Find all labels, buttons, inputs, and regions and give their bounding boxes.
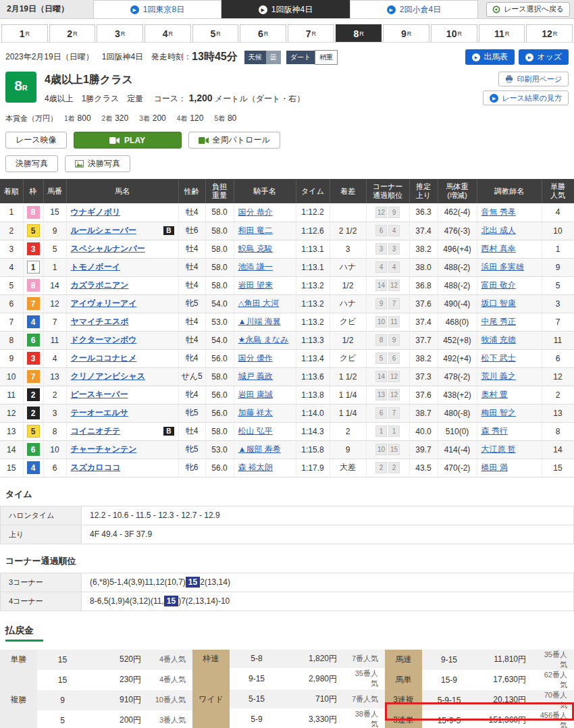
horse-name-link[interactable]: スズカロココ (71, 462, 121, 473)
horse-name-link[interactable]: ドクターマンボウ (71, 334, 137, 346)
trainer-link[interactable]: 中尾 秀正 (481, 317, 516, 326)
trainer-link[interactable]: 松下 武士 (481, 353, 516, 363)
jockey-link[interactable]: 国分 恭介 (238, 207, 273, 217)
trainer-link[interactable]: 浜田 多実雄 (481, 262, 524, 271)
trainer-link[interactable]: 大江原 哲 (481, 444, 516, 454)
horse-name-cell: トモノボーイ (66, 258, 178, 276)
race-tab-7r[interactable]: 7R (288, 24, 334, 42)
race-tab-4r[interactable]: 4R (145, 24, 191, 42)
trainer-link[interactable]: 富田 敬介 (481, 280, 516, 290)
race-tab-10r[interactable]: 10R (431, 24, 477, 42)
play-button[interactable]: PLAY (74, 132, 182, 149)
race-tab-6r[interactable]: 6R (240, 24, 286, 42)
horse-name-link[interactable]: トモノボーイ (71, 261, 120, 273)
corner-positions: 1011 (366, 313, 409, 331)
horse-name-link[interactable]: コイニオチテ (71, 425, 121, 437)
finish-time: 1:13.4 (296, 349, 330, 367)
jockey-link[interactable]: 国分 優作 (238, 353, 273, 363)
trainer-link[interactable]: 牧浦 充徳 (481, 335, 516, 344)
horse-name-link[interactable]: クールココナヒメ (71, 353, 137, 364)
trainer-link[interactable]: 荒川 義之 (481, 371, 516, 381)
horse-name-link[interactable]: アイヴォリーアイ (71, 298, 137, 309)
media-buttons-line: レース映像 PLAY 全周パトロール (0, 128, 574, 150)
horse-name-link[interactable]: スペシャルナンバー (71, 243, 145, 255)
jockey-link[interactable]: 池添 謙一 (238, 262, 273, 271)
horse-name-cell: ドクターマンボウ (66, 331, 178, 349)
odds-button[interactable]: ▶ オッズ (519, 49, 569, 65)
horse-name-link[interactable]: ピースキーパー (71, 389, 128, 400)
jockey-link[interactable]: 和田 竜二 (238, 226, 273, 235)
trainer-cell: 梅田 智之 (477, 404, 542, 422)
meeting-tab-hanshin[interactable]: ▶ 1回阪神4日 (221, 0, 350, 18)
odds-button-label: オッズ (537, 51, 562, 63)
horse-name-link[interactable]: ルールシェーバー (71, 225, 136, 236)
sex-age: せん5 (178, 367, 205, 386)
race-tab-8r[interactable]: 8R (336, 24, 382, 42)
race-tab-9r[interactable]: 9R (383, 24, 429, 42)
race-tab-1r[interactable]: 1R (1, 24, 48, 42)
trainer-link[interactable]: 森 秀行 (481, 426, 508, 436)
place-popularity: 3番人気 (152, 710, 192, 728)
meeting-tab-kokura[interactable]: ▶ 2回小倉4日 (350, 0, 478, 18)
frame-number-box: 8 (27, 206, 40, 219)
horse-name-link[interactable]: チャーチャンテン (71, 444, 137, 455)
meeting-tab-tokyo[interactable]: ▶ 1回東京8日 (93, 0, 221, 18)
finish-position: 3 (0, 240, 23, 258)
trainer-link[interactable]: 奥村 豊 (481, 390, 508, 399)
jockey-link[interactable]: △角田 大河 (238, 298, 280, 308)
patrol-video-button[interactable]: 全周パトロール (188, 132, 280, 149)
jockey-link[interactable]: 松山 弘平 (238, 426, 273, 436)
jockey-cell: ★永島 まなみ (234, 331, 296, 349)
finish-photo-button-label: 決勝写真 (88, 158, 120, 170)
jockey-link[interactable]: 鮫島 克駿 (238, 244, 273, 253)
race-tab-12r[interactable]: 12R (526, 24, 573, 42)
horse-name-link[interactable]: テーオーエルサ (71, 407, 128, 419)
corner-positions: 1015 (366, 440, 409, 459)
finish-photo-button[interactable]: 決勝写真 (65, 155, 130, 172)
win-favorite-rank: 14 (542, 440, 574, 459)
column-header: タイム (296, 179, 330, 203)
horse-name-link[interactable]: ウナギノボリ (71, 207, 121, 218)
jockey-link[interactable]: ★永島 まなみ (238, 335, 289, 344)
trainer-link[interactable]: 坂口 智康 (481, 298, 516, 308)
finish-photo-tab[interactable]: 決勝写真 (5, 155, 58, 172)
jockey-link[interactable]: ▲服部 寿希 (238, 444, 281, 454)
jockey-link[interactable]: 加藤 祥太 (238, 408, 273, 417)
race-tab-2r[interactable]: 2R (49, 24, 96, 42)
horse-name-link[interactable]: クリノアンビシャス (71, 371, 146, 382)
race-tab-5r[interactable]: 5R (192, 24, 239, 42)
horse-name-link[interactable]: カズラボニアン (71, 280, 129, 291)
race-tab-11r[interactable]: 11R (479, 24, 525, 42)
result-row: 1815ウナギノボリ牡458.0国分 恭介1:12.212936.3462(-4… (0, 203, 574, 222)
trainer-link[interactable]: 音無 秀孝 (481, 207, 516, 217)
horse-weight: 488(-2) (438, 276, 477, 294)
entries-button[interactable]: ▶ 出馬表 (465, 49, 515, 65)
back-to-race-select-button[interactable]: レース選択へ戻る (486, 2, 570, 17)
finish-position: 13 (0, 422, 23, 440)
jockey-link[interactable]: 城戸 義政 (238, 371, 273, 381)
start-time-label: 発走時刻： (151, 51, 192, 63)
jockey-link[interactable]: 岩田 望来 (238, 280, 273, 290)
horse-number: 15 (43, 203, 66, 222)
column-header: 調教師名 (477, 179, 542, 203)
race-tab-3r[interactable]: 3R (97, 24, 143, 42)
prize-money-label: 本賞金（万円） (5, 113, 57, 124)
result-guide-button[interactable]: ▶ レース結果の見方 (483, 90, 569, 105)
jockey-link[interactable]: ▲川端 海翼 (238, 317, 281, 326)
video-camera-icon (199, 137, 209, 144)
horse-name-link[interactable]: ヤマイチエスポ (71, 316, 129, 328)
corner-position-box: 6 (375, 407, 387, 419)
print-page-button[interactable]: 印刷用ページ (498, 72, 569, 86)
finish-time: 1:13.1 (296, 258, 330, 276)
trainer-link[interactable]: 梅田 智之 (481, 408, 516, 417)
bet-type-wide: ワイド (192, 668, 230, 728)
race-video-button[interactable]: レース映像 (5, 132, 67, 149)
trainer-link[interactable]: 北出 成人 (481, 226, 516, 235)
carried-weight: 58.0 (205, 222, 234, 240)
jockey-link[interactable]: 森 裕太朗 (238, 463, 273, 472)
horse-weight: 496(+4) (438, 240, 477, 258)
trainer-link[interactable]: 西村 真幸 (481, 244, 516, 253)
corner4-before: 8-6,5(1,9)4(3,12)(11, (90, 596, 164, 606)
jockey-link[interactable]: 岩田 康誠 (238, 390, 273, 399)
trainer-link[interactable]: 橋田 満 (481, 463, 508, 472)
